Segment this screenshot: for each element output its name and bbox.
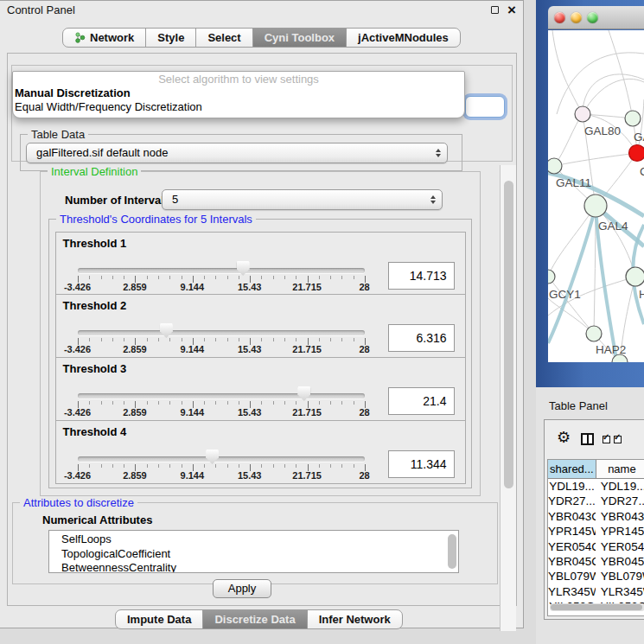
network-node[interactable]: [575, 106, 590, 122]
numerical-attributes-list: SelfLoops TopologicalCoefficient Between…: [48, 530, 459, 573]
threshold-2-slider-thumb[interactable]: [160, 323, 173, 338]
table-data-combobox-value: galFiltered.sif default node: [36, 146, 168, 159]
bottom-tab-bar: Impute Data Discretize Data Infer Networ…: [115, 609, 403, 629]
apply-button[interactable]: Apply: [213, 579, 271, 598]
tab-cyni-toolbox[interactable]: Cyni Toolbox: [252, 28, 347, 48]
network-edge[interactable]: [557, 53, 644, 114]
column-header-name[interactable]: name: [596, 460, 644, 479]
table-row[interactable]: YDR27...YDR27...: [548, 494, 644, 508]
network-node[interactable]: [584, 194, 607, 217]
table-row[interactable]: YER054CYER054C: [548, 539, 644, 554]
columns-icon[interactable]: [581, 433, 594, 445]
cyni-toolbox-panel: Discretization Algorithm Table Data galF…: [7, 53, 517, 606]
threshold-3-slider-track[interactable]: [78, 393, 365, 399]
slider-tick-labels: -3.4262.8599.14415.4321.71528: [78, 282, 365, 294]
table-header-row: shared... name: [548, 460, 644, 479]
network-node[interactable]: [625, 111, 641, 126]
tab-jactivemnodules[interactable]: jActiveMNodules: [346, 28, 461, 48]
network-canvas: GAL80GACGAL11GAL4GCY1HHAP2: [548, 30, 644, 362]
table-row[interactable]: YLR345WYLR345W: [548, 584, 644, 599]
attribute-list-item[interactable]: TopologicalCoefficient: [61, 547, 458, 562]
checkbox-icon[interactable]: [603, 436, 610, 443]
float-window-icon[interactable]: [491, 6, 499, 14]
network-node[interactable]: [586, 326, 602, 341]
tick-label: 28: [359, 407, 369, 418]
network-node[interactable]: [626, 267, 644, 286]
table-row[interactable]: YBL079WYBL079W: [548, 569, 644, 583]
threshold-2-value-field[interactable]: 6.316: [388, 324, 455, 352]
network-edge[interactable]: [583, 74, 644, 114]
close-traffic-light-icon[interactable]: [554, 12, 565, 23]
algorithm-combobox[interactable]: [465, 96, 505, 118]
threshold-3-panel: Threshold 3 -3.4262.8599.14415.4321.7152…: [55, 358, 466, 421]
tab-discretize-data[interactable]: Discretize Data: [202, 609, 307, 629]
table-horizontal-scrollbar: [550, 603, 644, 611]
tab-style[interactable]: Style: [145, 28, 196, 48]
attribute-list-item[interactable]: SelfLoops: [61, 532, 458, 547]
table-row[interactable]: YBR043CYBR043C: [548, 509, 644, 524]
network-node-label: GAL11: [556, 176, 591, 189]
threshold-4-slider-track[interactable]: [78, 456, 365, 462]
tab-impute-data[interactable]: Impute Data: [115, 609, 203, 629]
attributes-list-scrollbar[interactable]: [448, 534, 456, 569]
threshold-1-value-field[interactable]: 14.713: [388, 262, 455, 290]
attribute-list-item[interactable]: BetweennessCentrality: [61, 561, 458, 573]
network-node-label: C: [640, 165, 644, 178]
network-node-label: GCY1: [549, 288, 581, 301]
network-node[interactable]: [548, 270, 555, 284]
threshold-4-value-field[interactable]: 11.344: [388, 450, 455, 478]
network-node-label: GAL4: [598, 220, 628, 233]
tab-select[interactable]: Select: [195, 28, 252, 48]
table-row[interactable]: YBR045CYBR045C: [548, 554, 644, 569]
tick-label: 28: [359, 282, 369, 292]
tab-network-label: Network: [90, 31, 134, 44]
tick-label: -3.426: [64, 470, 91, 481]
network-edge[interactable]: [554, 153, 637, 166]
table-row[interactable]: YDL19...YDL19...: [548, 479, 644, 494]
table-data-combobox[interactable]: galFiltered.sif default node: [26, 143, 448, 163]
minimize-traffic-light-icon[interactable]: [571, 12, 582, 23]
slider-tick-labels: -3.4262.8599.14415.4321.71528: [78, 344, 365, 356]
top-tab-bar: Network Style Select Cyni Toolbox jActiv…: [62, 28, 461, 48]
tick-label: 21.715: [292, 344, 322, 354]
network-edge[interactable]: [552, 30, 583, 114]
tick-label: 15.43: [238, 470, 262, 481]
tick-label: 9.144: [181, 282, 205, 292]
threshold-1-slider-thumb[interactable]: [237, 261, 250, 276]
network-canvas-area[interactable]: GAL80GACGAL11GAL4GCY1HHAP2: [548, 30, 644, 362]
table-scrollbar-thumb[interactable]: [551, 604, 642, 610]
table-row[interactable]: YPR145WYPR145W: [548, 524, 644, 539]
network-node[interactable]: [548, 158, 562, 174]
network-edge[interactable]: [583, 79, 644, 114]
threshold-3-value-field[interactable]: 21.4: [388, 387, 455, 415]
zoom-traffic-light-icon[interactable]: [587, 12, 598, 23]
settings-scrollbar-thumb[interactable]: [504, 181, 513, 488]
tick-label: 21.715: [292, 470, 322, 481]
threshold-2-slider-track[interactable]: [78, 330, 365, 335]
threshold-1-label: Threshold 1: [63, 237, 127, 250]
threshold-4-slider-thumb[interactable]: [206, 450, 219, 464]
tab-network[interactable]: Network: [62, 28, 146, 48]
tab-infer-network[interactable]: Infer Network: [307, 609, 403, 629]
checkbox-icon[interactable]: [614, 436, 622, 443]
gear-icon[interactable]: ⚙: [557, 430, 571, 445]
stepper-arrows-icon: [430, 195, 436, 204]
table-panel: Table Panel ⚙ shared... name YDL19...YDL…: [536, 387, 644, 644]
tick-label: 9.144: [181, 407, 205, 418]
threshold-3-slider-thumb[interactable]: [297, 386, 310, 401]
tick-label: 2.859: [123, 407, 147, 418]
close-icon[interactable]: ×: [507, 1, 516, 20]
network-edge[interactable]: [548, 206, 596, 277]
network-node[interactable]: [629, 145, 644, 162]
threshold-1-slider-track[interactable]: [78, 268, 365, 273]
tick-label: 15.43: [238, 282, 262, 292]
algorithm-option-equal-width[interactable]: Equal Width/Frequency Discretization: [13, 100, 464, 114]
tick-label: 15.43: [238, 344, 262, 354]
network-edge[interactable]: [554, 114, 583, 166]
number-of-intervals-combobox[interactable]: 5: [162, 189, 443, 210]
column-header-shared-name[interactable]: shared...: [548, 460, 596, 479]
tick-label: 28: [359, 470, 369, 481]
tick-label: 2.859: [123, 470, 147, 481]
numerical-attributes-label: Numerical Attributes: [42, 513, 152, 526]
algorithm-option-manual[interactable]: Manual Discretization: [13, 86, 464, 100]
